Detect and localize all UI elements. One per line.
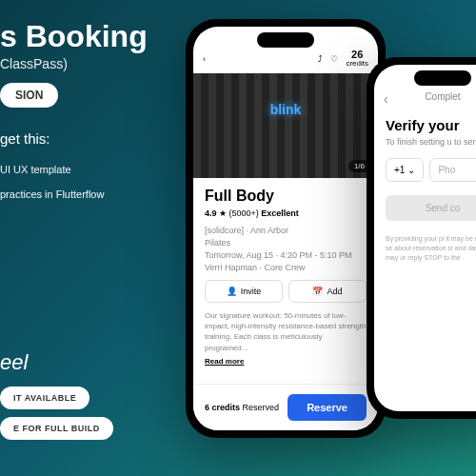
chevron-down-icon: ⌄ — [407, 165, 415, 175]
invite-button[interactable]: 👤Invite — [205, 280, 283, 303]
verify-subtitle: To finish setting u to send you — [374, 137, 476, 158]
person-icon: 👤 — [227, 287, 237, 296]
class-type: Pilates — [205, 238, 367, 248]
screen-header: Complet — [425, 91, 460, 102]
reserve-button[interactable]: Reserve — [288, 394, 367, 421]
phone-mockup-2: ‹ Complet Verify your To finish setting … — [367, 57, 476, 419]
class-hero-image[interactable]: blink 1/6 — [193, 73, 378, 178]
send-code-button[interactable]: Send co — [386, 195, 476, 221]
class-description: Our signature workout: 50-minutes of low… — [205, 310, 367, 353]
product-title: s Booking — [0, 19, 171, 54]
add-button[interactable]: 📅Add — [288, 280, 367, 303]
studio-neon-sign: blink — [270, 102, 302, 117]
phone-mockup-1: ‹ ⤴ ♡ 26 credits blink 1/6 Full Body 4.9… — [186, 19, 386, 438]
share-icon[interactable]: ⤴ — [318, 54, 323, 64]
brand-logo: eel — [0, 350, 113, 375]
country-code-select[interactable]: +1⌄ — [386, 158, 424, 182]
heart-icon[interactable]: ♡ — [330, 54, 338, 64]
product-subtitle: ClassPass) — [0, 56, 171, 71]
studio-location: [solidcore] · Ann Arbor — [205, 226, 367, 235]
phone-notch — [414, 70, 471, 86]
verify-title: Verify your — [374, 109, 476, 137]
phone-input[interactable]: Pho — [429, 158, 476, 182]
class-time: Tomorrow, Aug 15 · 4:20 PM - 5:10 PM — [205, 250, 367, 260]
class-title: Full Body — [205, 188, 367, 205]
kit-available-button[interactable]: IT AVAILABLE — [0, 387, 89, 409]
calendar-icon: 📅 — [312, 287, 323, 296]
credits-badge: 26 credits — [346, 50, 368, 68]
read-more-link[interactable]: Read more — [205, 357, 367, 366]
back-icon[interactable]: ‹ — [203, 54, 206, 64]
feature-item: UI UX template — [0, 164, 171, 175]
instructor: Verri Hapman · Core Crew — [205, 263, 367, 272]
feature-item: practices in Flutterflow — [0, 188, 171, 200]
get-this-heading: get this: — [0, 130, 171, 147]
back-icon[interactable]: ‹ — [384, 91, 388, 107]
footer-credits: 6 credits Reserved — [205, 403, 279, 412]
phone-notch — [257, 32, 314, 48]
version-pill: SION — [0, 83, 58, 108]
full-build-button[interactable]: E FOR FULL BUILD — [0, 417, 113, 440]
rating-row: 4.9 ★ (5000+) Excellent — [205, 208, 367, 218]
legal-text: By providing your pl it may be used to s… — [374, 234, 476, 262]
